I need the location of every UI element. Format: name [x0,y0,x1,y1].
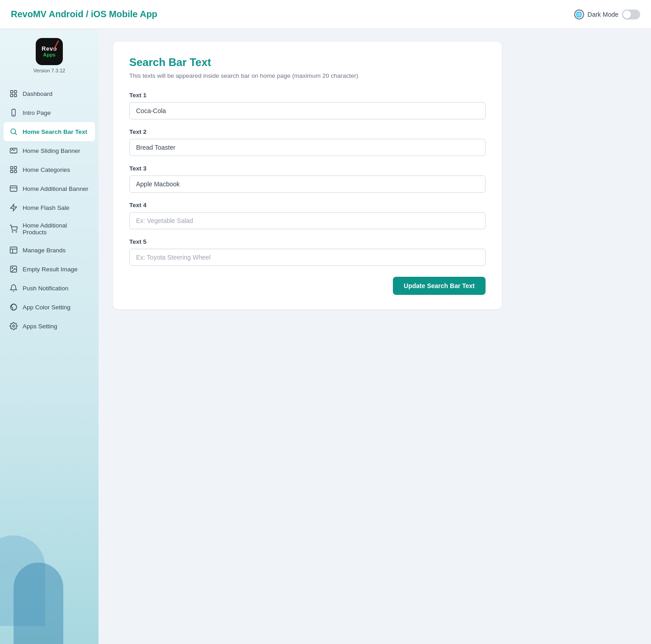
field-group-2: Text 2 [129,128,486,156]
sidebar-item-label: Push Notification [23,285,68,292]
image-slider-icon [9,146,18,155]
sidebar-item-intro-page[interactable]: Intro Page [0,103,99,122]
content-title: Search Bar Text [129,56,486,69]
sidebar-item-home-flash-sale[interactable]: Home Flash Sale [0,198,99,217]
field-label-1: Text 1 [129,92,486,99]
svg-point-26 [13,325,15,327]
text2-input[interactable] [129,139,486,156]
update-search-bar-text-button[interactable]: Update Search Bar Text [393,277,486,295]
sidebar-item-label: Home Search Bar Text [23,128,87,135]
layout: Revo Apps ╱ Version 7.3.12 Dashboard I [0,29,651,644]
field-label-5: Text 5 [129,238,486,245]
sidebar-item-label: Empty Result Image [23,266,78,273]
sidebar-item-label: Home Sliding Banner [23,147,80,154]
sidebar-nav: Dashboard Intro Page Home Search Bar Tex… [0,84,99,336]
app-title: RevoMV Android / iOS Mobile App [11,9,157,19]
sidebar-decoration [0,499,72,644]
sidebar-item-label: Dashboard [23,90,52,97]
sidebar: Revo Apps ╱ Version 7.3.12 Dashboard I [0,29,99,644]
text1-input[interactable] [129,102,486,119]
dashboard-icon [9,89,18,98]
sidebar-item-label: Home Flash Sale [23,204,70,211]
svg-point-24 [12,267,13,268]
sidebar-item-apps-setting[interactable]: Apps Setting [0,317,99,336]
sidebar-item-label: Apps Setting [23,323,57,330]
content-subtitle: This texts will be appeared inside searc… [129,72,486,79]
text4-input[interactable] [129,212,486,229]
main-content: Search Bar Text This texts will be appea… [99,29,651,644]
svg-point-19 [16,232,17,232]
sidebar-item-label: App Color Setting [23,304,71,311]
sidebar-item-home-search-bar-text[interactable]: Home Search Bar Text [4,122,95,141]
field-group-5: Text 5 [129,238,486,266]
svg-rect-12 [14,166,17,169]
svg-marker-17 [10,204,17,211]
svg-rect-3 [14,95,17,97]
sidebar-item-home-categories[interactable]: Home Categories [0,160,99,179]
svg-rect-0 [10,90,13,93]
sidebar-item-label: Home Categories [23,166,70,173]
field-group-4: Text 4 [129,202,486,229]
search-icon [9,127,18,136]
field-group-3: Text 3 [129,165,486,193]
field-group-1: Text 1 [129,92,486,119]
svg-line-7 [15,133,16,134]
sidebar-item-app-color-setting[interactable]: App Color Setting [0,298,99,317]
sidebar-logo: Revo Apps ╱ Version 7.3.12 [0,38,99,73]
gear-icon [9,322,18,331]
dark-mode-label: Dark Mode [588,11,618,18]
content-card: Search Bar Text This texts will be appea… [113,42,502,309]
text5-input[interactable] [129,249,486,266]
version-text: Version 7.3.12 [33,68,65,73]
svg-rect-11 [10,166,13,169]
field-label-4: Text 4 [129,202,486,208]
sidebar-item-label: Home Additional Products [23,222,90,236]
grid-icon [9,165,18,174]
phone-icon [9,108,18,117]
sidebar-item-label: Manage Brands [23,247,66,254]
sidebar-item-label: Home Additional Banner [23,185,89,192]
text3-input[interactable] [129,175,486,193]
logo-box: Revo Apps ╱ [36,38,63,65]
sidebar-item-home-additional-banner[interactable]: Home Additional Banner [0,179,99,198]
svg-rect-20 [10,247,17,253]
svg-rect-2 [10,95,13,97]
sidebar-item-manage-brands[interactable]: Manage Brands [0,241,99,260]
sidebar-item-dashboard[interactable]: Dashboard [0,84,99,103]
palette-icon [9,303,18,312]
dark-mode-control: 🌐 Dark Mode [574,9,640,19]
sidebar-item-home-sliding-banner[interactable]: Home Sliding Banner [0,141,99,160]
svg-rect-14 [14,170,17,173]
bell-icon [9,284,18,293]
sidebar-item-empty-result-image[interactable]: Empty Result Image [0,260,99,279]
dark-mode-toggle[interactable] [622,9,640,19]
svg-rect-13 [10,170,13,173]
sidebar-item-push-notification[interactable]: Push Notification [0,279,99,298]
banner-icon [9,184,18,193]
cart-icon [9,224,18,233]
sidebar-item-label: Intro Page [23,109,51,116]
top-header: RevoMV Android / iOS Mobile App 🌐 Dark M… [0,0,651,29]
flash-icon [9,203,18,212]
brand-icon [9,246,18,255]
sidebar-item-home-additional-products[interactable]: Home Additional Products [0,217,99,241]
svg-point-18 [12,232,13,232]
svg-rect-15 [10,186,17,191]
svg-rect-1 [14,90,17,93]
image-icon [9,265,18,274]
field-label-2: Text 2 [129,128,486,135]
field-label-3: Text 3 [129,165,486,172]
dark-mode-icon: 🌐 [574,9,584,19]
